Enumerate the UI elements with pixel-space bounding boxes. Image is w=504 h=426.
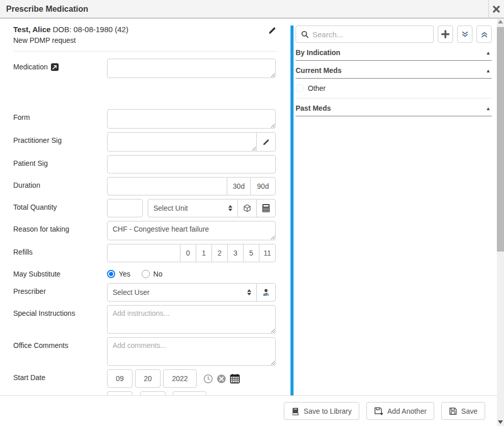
prescription-form: Test, Alice DOB: 08-08-1980 (42) New PDM… <box>0 19 285 395</box>
prescriber-select-value: Select User <box>113 288 247 296</box>
save-plus-icon <box>374 407 383 415</box>
current-meds-other-radio[interactable]: Other <box>296 79 492 98</box>
modal-footer: Save to Library Add Another Save <box>0 395 497 426</box>
save-to-library-button[interactable]: Save to Library <box>284 402 359 420</box>
practitioner-sig-input[interactable] <box>107 132 257 152</box>
edit-patient-button[interactable] <box>268 26 277 35</box>
patient-name: Test, Alice <box>13 25 50 34</box>
clock-icon[interactable] <box>203 374 213 384</box>
medication-label: Medication <box>13 63 48 71</box>
form-label: Form <box>13 109 107 121</box>
form-row-start-date: Start Date <box>13 369 285 388</box>
save-icon <box>449 407 457 415</box>
substitute-no-label: No <box>153 270 163 278</box>
refill-0-button[interactable]: 0 <box>180 244 196 262</box>
patient-sig-input[interactable] <box>107 155 276 173</box>
scroll-down-arrow[interactable] <box>498 420 503 424</box>
double-chevron-down-icon <box>461 31 469 38</box>
patient-dob: DOB: 08-08-1980 (42) <box>53 25 128 34</box>
pdmp-request-link[interactable]: New PDMP request <box>13 35 277 46</box>
duration-30d-button[interactable]: 30d <box>227 177 251 195</box>
search-icon <box>301 31 309 38</box>
practitioner-sig-label: Practitioner Sig <box>13 132 107 144</box>
search-input[interactable] <box>312 27 428 42</box>
refill-11-button[interactable]: 11 <box>259 244 276 262</box>
office-comments-input[interactable] <box>107 337 276 366</box>
default-prescriber-button[interactable] <box>256 283 276 302</box>
form-input[interactable] <box>107 109 276 129</box>
scrollbar-thumb[interactable] <box>497 27 504 252</box>
duration-input[interactable] <box>107 177 227 195</box>
external-link-icon[interactable] <box>51 63 59 71</box>
medication-input[interactable] <box>107 59 276 78</box>
form-row-practitioner-sig: Practitioner Sig <box>13 132 285 152</box>
double-chevron-up-icon <box>481 31 488 38</box>
form-row-may-substitute: May Substitute Yes No <box>13 266 285 278</box>
calendar-icon[interactable] <box>230 373 240 384</box>
medication-picker-panel: By Indication ▲ Current Meds ▲ Other Pas… <box>290 26 492 116</box>
form-row-prescriber: Prescriber Select User <box>13 283 285 302</box>
form-row-total-quantity: Total Quantity Select Unit <box>13 199 285 217</box>
section-by-indication[interactable]: By Indication ▲ <box>296 43 492 61</box>
start-year-input[interactable] <box>163 369 197 388</box>
discontinue-year-input[interactable] <box>173 391 206 395</box>
search-field[interactable] <box>296 26 434 43</box>
form-row-patient-sig: Patient Sig <box>13 155 285 173</box>
form-row-refills: Refills 0 1 2 3 5 11 <box>13 244 285 262</box>
form-row-reason: Reason for taking CHF - Congestive heart… <box>13 221 285 240</box>
clear-date-icon[interactable] <box>217 374 226 384</box>
refills-input[interactable] <box>107 244 180 262</box>
substitute-yes-radio[interactable]: Yes <box>107 270 130 278</box>
start-day-input[interactable] <box>135 369 161 388</box>
close-icon <box>493 6 500 13</box>
package-lookup-button[interactable] <box>237 199 257 217</box>
quantity-calculator-button[interactable] <box>256 199 276 217</box>
quantity-input[interactable] <box>107 199 143 217</box>
collapse-all-button[interactable] <box>476 26 492 43</box>
substitute-no-radio[interactable]: No <box>142 270 163 278</box>
vertical-scrollbar[interactable] <box>497 19 504 426</box>
patient-info: Test, Alice DOB: 08-08-1980 (42) New PDM… <box>13 24 277 52</box>
total-quantity-label: Total Quantity <box>13 199 107 211</box>
section-label: By Indication <box>296 48 340 57</box>
save-button[interactable]: Save <box>441 402 485 420</box>
reason-input[interactable]: CHF - Congestive heart failure <box>107 221 276 240</box>
patient-sig-label: Patient Sig <box>13 155 107 167</box>
refill-3-button[interactable]: 3 <box>227 244 244 262</box>
prescriber-label: Prescriber <box>13 283 107 295</box>
special-instructions-input[interactable] <box>107 305 276 334</box>
refill-1-button[interactable]: 1 <box>196 244 212 262</box>
substitute-yes-label: Yes <box>119 270 130 278</box>
refills-label: Refills <box>13 244 107 256</box>
user-md-icon <box>262 288 270 296</box>
add-another-button[interactable]: Add Another <box>366 402 434 420</box>
section-current-meds[interactable]: Current Meds ▲ <box>296 61 492 79</box>
select-arrows-icon <box>247 289 251 295</box>
cube-icon <box>243 204 252 213</box>
prescriber-select[interactable]: Select User <box>107 283 257 302</box>
section-past-meds[interactable]: Past Meds ▲ <box>296 98 492 116</box>
scroll-up-arrow[interactable] <box>498 20 503 23</box>
save-to-library-label: Save to Library <box>304 407 352 415</box>
radio-unselected-icon <box>142 270 150 278</box>
discontinue-month-input[interactable] <box>107 391 132 395</box>
form-row-discontinue: Discontinue On - - <box>13 391 285 395</box>
section-label: Current Meds <box>296 66 341 74</box>
panel-item-label: Other <box>308 84 326 92</box>
duration-90d-button[interactable]: 90d <box>250 177 276 195</box>
start-month-input[interactable] <box>107 369 132 388</box>
discontinue-day-input[interactable] <box>140 391 166 395</box>
close-button[interactable] <box>488 0 504 18</box>
section-label: Past Meds <box>296 104 331 112</box>
edit-sig-button[interactable] <box>256 132 276 152</box>
discontinue-label: Discontinue On <box>13 391 107 395</box>
expand-all-button[interactable] <box>457 26 472 43</box>
form-row-office-comments: Office Comments <box>13 337 285 366</box>
medication-label-wrap: Medication <box>13 59 107 71</box>
form-row-medication: Medication <box>13 59 285 78</box>
refill-2-button[interactable]: 2 <box>211 244 228 262</box>
unit-select[interactable]: Select Unit <box>148 199 238 217</box>
add-med-button[interactable] <box>438 26 453 43</box>
unit-select-value: Select Unit <box>153 204 228 212</box>
refill-5-button[interactable]: 5 <box>243 244 259 262</box>
